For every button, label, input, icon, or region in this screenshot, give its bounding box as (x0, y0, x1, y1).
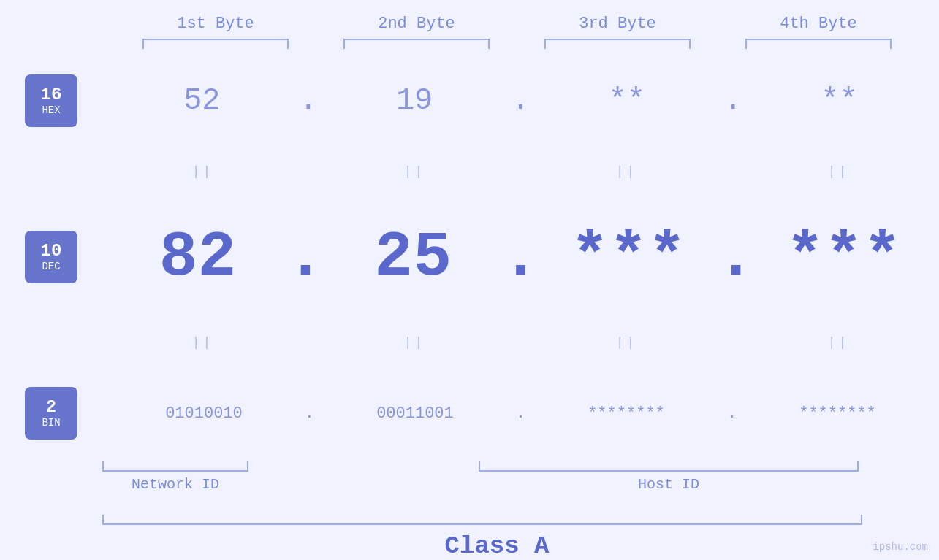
sep1-b2: || (342, 164, 488, 179)
sep1-b4: || (766, 164, 912, 179)
full-bottom-bracket (102, 515, 862, 525)
sep2-b3: || (554, 335, 700, 350)
byte1-header: 1st Byte (135, 15, 296, 33)
dot-hex-2: . (512, 83, 530, 118)
byte4-header: 4th Byte (738, 15, 899, 33)
dec-badge: 10 DEC (25, 231, 77, 283)
network-bottom-bracket (102, 461, 248, 472)
watermark: ipshu.com (873, 541, 928, 553)
sep1-b3: || (554, 164, 700, 179)
dot-dec-1: . (286, 221, 324, 294)
dot-hex-1: . (299, 83, 317, 118)
byte2-top-bracket (343, 39, 490, 49)
bin-b1: 01010010 (131, 404, 277, 423)
bin-b2: 00011001 (342, 404, 488, 423)
dec-b3: *** (555, 221, 702, 294)
sep2-b1: || (130, 335, 276, 350)
hex-badge: 16 HEX (25, 74, 77, 127)
byte1-top-bracket (142, 39, 289, 49)
bin-b4: ******** (764, 404, 911, 423)
dot-dec-3: . (717, 221, 756, 294)
dot-bin-2: . (516, 404, 525, 423)
dot-hex-3: . (724, 83, 742, 118)
class-label: Class A (445, 532, 550, 560)
bin-b3: ******** (553, 404, 699, 423)
hex-b3: ** (554, 83, 700, 118)
sep1-b1: || (130, 164, 276, 179)
dec-b4: *** (771, 221, 917, 294)
host-bottom-bracket (479, 461, 859, 472)
dot-bin-3: . (727, 404, 737, 423)
main-container: 1st Byte 2nd Byte 3rd Byte 4th Byte 16 H… (0, 0, 939, 560)
byte2-header: 2nd Byte (336, 15, 497, 33)
sep2-b2: || (342, 335, 488, 350)
hex-b4: ** (767, 83, 913, 118)
byte3-top-bracket (544, 39, 691, 49)
hex-b1: 52 (129, 83, 275, 118)
bin-badge: 2 BIN (25, 387, 77, 440)
dot-bin-1: . (305, 404, 314, 423)
dot-dec-2: . (501, 221, 540, 294)
byte4-top-bracket (745, 39, 892, 49)
host-id-label: Host ID (638, 476, 699, 493)
network-id-label: Network ID (132, 476, 219, 493)
hex-b2: 19 (341, 83, 487, 118)
dec-b2: 25 (340, 221, 486, 294)
sep2-b4: || (766, 335, 912, 350)
dec-b1: 82 (124, 221, 270, 294)
byte3-header: 3rd Byte (537, 15, 698, 33)
